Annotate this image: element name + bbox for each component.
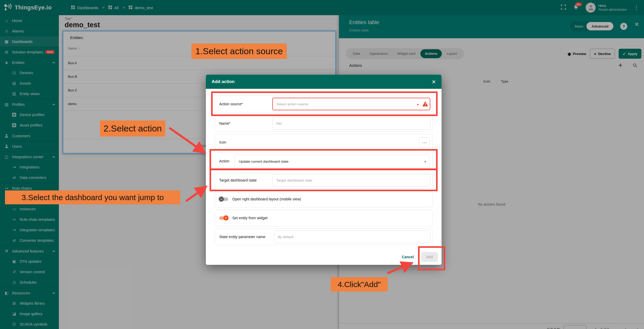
dialog-footer: Cancel Add xyxy=(399,252,438,262)
set-entity-toggle[interactable]: ✓ xyxy=(219,215,229,221)
annotation-step-2: 2.Select action xyxy=(100,120,165,136)
action-row: Action Update current dashboard state ▾ xyxy=(215,153,433,169)
add-button[interactable]: Add xyxy=(421,252,438,262)
target-state-row: Target dashboard state xyxy=(215,172,433,189)
dropdown-caret-icon: ▾ xyxy=(424,160,426,164)
state-param-row: State entity parameter name xyxy=(215,228,433,245)
annotation-step-4: 4.Click"Add" xyxy=(331,277,388,292)
dialog-title: Add action xyxy=(212,79,235,84)
name-label: Name* xyxy=(219,121,230,125)
action-source-row: Action source* ▾ xyxy=(215,96,433,112)
name-row: Name* xyxy=(215,115,433,132)
mobile-layout-toggle[interactable]: – xyxy=(219,196,229,202)
close-dialog-icon[interactable]: × xyxy=(432,78,436,85)
name-input[interactable] xyxy=(272,117,430,130)
action-source-label: Action source* xyxy=(219,102,243,106)
add-action-dialog: Add action × Action source* ▾ Name* Icon… xyxy=(206,75,442,265)
annotation-step-1: 1.Select action source xyxy=(191,43,287,59)
warning-icon xyxy=(422,101,428,108)
set-entity-label: Set entity from widget xyxy=(232,216,268,220)
thingseye-app: ThingsEye.io Dashboards>All>demo_test 99… xyxy=(0,0,644,329)
state-param-label: State entity parameter name xyxy=(219,235,265,239)
mobile-layout-label: Open right dashboard layout (mobile view… xyxy=(232,197,301,201)
action-label: Action xyxy=(219,159,229,163)
icon-picker-button[interactable]: ⋯ xyxy=(419,137,430,148)
icon-row: Icon ⋯ xyxy=(215,134,433,151)
target-state-input[interactable] xyxy=(272,174,430,187)
set-entity-row: ✓ Set entity from widget xyxy=(215,210,433,226)
action-select[interactable]: Update current dashboard state ▾ xyxy=(234,155,430,168)
state-param-input[interactable] xyxy=(274,231,430,243)
annotation-step-3: 3.Select the dashboard you want jump to xyxy=(5,190,180,204)
cancel-button[interactable]: Cancel xyxy=(399,255,416,259)
icon-label: Icon xyxy=(219,140,226,144)
action-source-select[interactable] xyxy=(272,98,430,110)
dialog-header: Add action × xyxy=(206,75,442,89)
mobile-layout-row: – Open right dashboard layout (mobile vi… xyxy=(215,191,433,207)
target-state-label: Target dashboard state xyxy=(219,178,257,182)
